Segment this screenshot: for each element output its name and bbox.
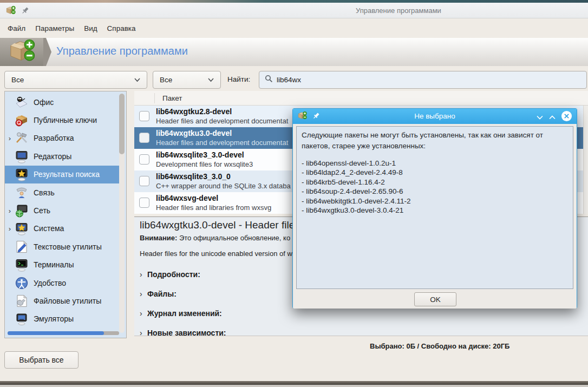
package-checkbox[interactable] (139, 154, 149, 165)
dialog-package-list: - lib64openssl-devel-1.0.2u-1- lib64ldap… (302, 159, 568, 215)
details-expander[interactable]: ›Новые зависимости: (140, 323, 410, 343)
dialog-message: Следующие пакеты не могут быть установле… (302, 130, 572, 152)
window-bottom-border (0, 381, 588, 385)
menu-item-options[interactable]: Параметры (30, 21, 79, 36)
warning-label: Внимание: (140, 234, 177, 242)
category-list: ОфисПубличные ключи›РазработкаРедакторыР… (5, 93, 122, 328)
sidebar-item[interactable]: Текстовые утилиты (5, 238, 122, 255)
package-list-scrollbar[interactable] (583, 106, 588, 214)
close-icon[interactable] (561, 110, 572, 124)
sidebar-item-label: Сеть (34, 206, 50, 215)
sidebar-horizontal-scrollbar[interactable] (8, 331, 119, 335)
sidebar-item[interactable]: Публичные ключи (5, 111, 122, 129)
details-warning: Внимание: Это официальное обновление, ко (140, 234, 290, 242)
sidebar-item[interactable]: Удобство (5, 274, 122, 292)
dialog-package-line: - lib64wxgtku3.0-devel-3.0.4-21 (302, 206, 568, 215)
sidebar-item-label: Редакторы (34, 152, 71, 161)
expand-arrow-icon[interactable]: › (140, 270, 147, 279)
menu-bar: ФайлПараметрыВидСправка (0, 19, 588, 38)
editors-icon (15, 149, 29, 163)
package-description: Development files for wxsqlite3 (156, 160, 253, 168)
menu-item-view[interactable]: Вид (79, 21, 102, 36)
column-separator (154, 93, 155, 103)
sidebar-item[interactable]: Офис (5, 93, 122, 111)
package-name: lib64wxsvg-devel (156, 194, 218, 202)
sidebar-item-label: Разработка (34, 134, 74, 142)
text-tools-icon (15, 240, 29, 254)
package-name: lib64wxsqlite3_3.0_0 (156, 172, 231, 181)
sidebar-item-label: Терминалы (34, 260, 74, 269)
search-results-icon (15, 167, 29, 181)
dialog-footer: OK (293, 290, 577, 309)
window-title: Управление программами (356, 6, 441, 15)
sidebar-item-label: Текстовые утилиты (34, 242, 102, 251)
expand-arrow-icon[interactable]: › (5, 225, 15, 233)
package-description: Header files and development documentat (156, 139, 288, 147)
package-name: lib64wxgtku3.0-devel (156, 129, 232, 137)
package-description: Header files and libraries from wxsvg (156, 204, 271, 212)
minimize-icon[interactable] (536, 113, 544, 122)
menu-item-file[interactable]: Файл (3, 21, 30, 36)
office-icon (15, 95, 29, 109)
package-checkbox[interactable] (139, 176, 149, 186)
software-manager-icon (8, 38, 36, 65)
status-filter-dropdown[interactable]: Все (153, 71, 221, 89)
package-checkbox[interactable] (139, 198, 149, 208)
emulators-icon (15, 312, 29, 326)
details-summary: Header files for the unicode enabled ver… (140, 250, 292, 258)
expand-arrow-icon[interactable]: › (5, 134, 15, 142)
category-filter-value: Все (11, 76, 134, 84)
dialog-package-line: - lib64soup-2.4-devel-2.65.90-6 (302, 187, 568, 196)
package-checkbox[interactable] (139, 111, 149, 121)
sidebar-item[interactable]: Терминалы (5, 256, 122, 274)
dialog-titlebar[interactable]: Не выбрано (293, 109, 577, 124)
dialog-message-area: Следующие пакеты не могут быть установле… (296, 126, 573, 289)
expand-arrow-icon[interactable]: › (140, 329, 147, 337)
page-title: Управление программами (56, 45, 188, 57)
sidebar-item[interactable]: Файловые утилиты (5, 292, 122, 310)
filter-toolbar: Все Все Найти: (0, 66, 588, 91)
menu-item-help[interactable]: Справка (102, 21, 141, 36)
package-column-header[interactable]: Пакет (162, 94, 182, 102)
pin-icon[interactable] (21, 6, 29, 17)
package-checkbox[interactable] (139, 133, 149, 143)
sidebar-item[interactable]: Результаты поиска (5, 166, 122, 183)
package-list-header[interactable]: Пакет (134, 91, 588, 106)
not-selected-dialog: Не выбрано Следующие пакеты не могут быт… (292, 108, 577, 309)
sidebar-item-label: Удобство (34, 279, 66, 287)
package-description: C++ wrapper around the SQLite 3.x databa (156, 182, 291, 190)
expander-label: Подробности: (147, 270, 200, 279)
select-all-button[interactable]: Выбрать все (4, 351, 79, 369)
sidebar-item[interactable]: ›Сеть (5, 201, 122, 219)
banner-notch-shape (43, 38, 53, 66)
category-filter-dropdown[interactable]: Все (4, 71, 147, 89)
ok-button[interactable]: OK (414, 292, 456, 306)
sidebar-item-label: Результаты поиска (34, 170, 100, 179)
status-bar-text: Выбрано: 0Б / Свободно на диске: 20ГБ (370, 342, 509, 350)
sidebar-item-label: Офис (34, 98, 54, 107)
scrollbar-thumb[interactable] (8, 331, 104, 335)
magnifier-icon (265, 75, 273, 85)
sidebar-item[interactable]: Эмуляторы (5, 310, 122, 328)
search-field[interactable] (259, 71, 587, 89)
chevron-down-icon (207, 77, 214, 82)
maximize-icon[interactable] (548, 113, 556, 122)
sidebar-item[interactable]: ›Разработка (5, 129, 122, 147)
details-title: lib64wxgtku3.0-devel - Header file (140, 219, 295, 231)
sidebar-item[interactable]: Связь (5, 183, 122, 201)
expand-arrow-icon[interactable]: › (140, 290, 147, 298)
scrollbar-thumb[interactable] (119, 94, 125, 154)
sidebar-item[interactable]: Редакторы (5, 147, 122, 165)
sidebar-item[interactable]: ›Система (5, 220, 122, 238)
public-keys-icon (15, 113, 29, 127)
package-description: Header files and development documentat (156, 117, 288, 125)
expand-arrow-icon[interactable]: › (5, 207, 15, 215)
app-header-banner: Управление программами (0, 38, 588, 66)
expand-arrow-icon[interactable]: › (140, 309, 147, 318)
package-name: lib64wxsqlite3_3.0-devel (156, 150, 244, 159)
search-input[interactable] (277, 76, 558, 84)
sidebar-item-label: Эмуляторы (34, 314, 74, 323)
sidebar-vertical-scrollbar[interactable] (119, 94, 125, 333)
communications-icon (15, 186, 29, 200)
sidebar-item-label: Система (34, 224, 64, 233)
